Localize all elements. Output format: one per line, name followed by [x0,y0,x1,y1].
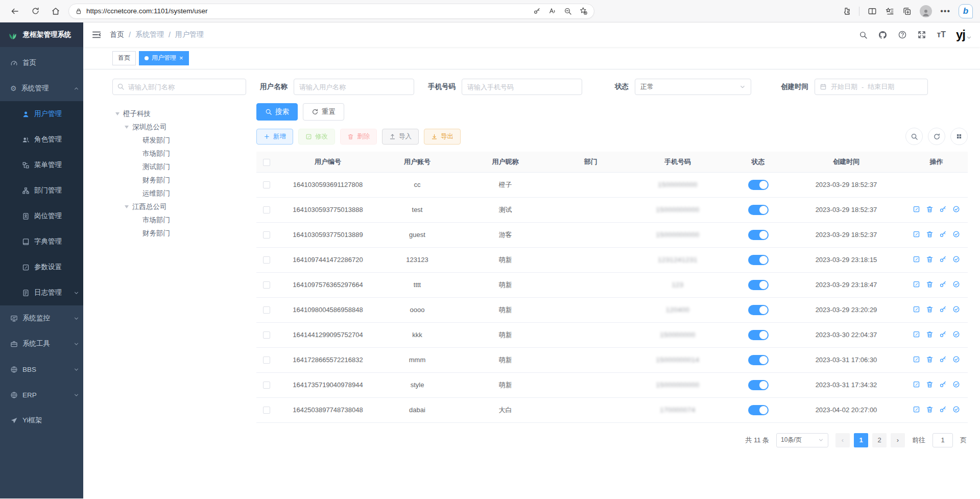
delete-button[interactable]: 删除 [340,129,377,145]
breadcrumb-system[interactable]: 系统管理 [135,30,164,39]
row-assign-role-icon[interactable] [952,230,960,238]
tree-node-dept[interactable]: 运维部门 [112,187,246,200]
sidebar-item-erp[interactable]: ERP [0,382,83,408]
show-search-toggle-button[interactable] [905,128,923,145]
dept-search-input[interactable] [112,79,246,95]
tree-node-dept[interactable]: 财务部门 [112,227,246,240]
collections-icon[interactable] [902,7,912,16]
row-edit-icon[interactable] [913,280,920,288]
status-toggle[interactable] [748,405,769,415]
read-aloud-icon[interactable] [548,7,557,15]
tree-expand-icon[interactable] [115,112,119,115]
row-edit-icon[interactable] [913,330,920,338]
sidebar-item-menus[interactable]: 菜单管理 [0,152,83,178]
status-toggle[interactable] [748,355,769,365]
tree-node-dept[interactable]: 测试部门 [112,160,246,174]
refresh-table-button[interactable] [928,128,945,145]
row-checkbox[interactable] [263,256,270,264]
row-checkbox[interactable] [263,357,270,364]
sidebar-item-monitor[interactable]: 系统监控 [0,305,83,331]
date-range-picker[interactable]: 开始日期 - 结束日期 [815,79,928,95]
status-toggle[interactable] [748,255,769,265]
help-icon[interactable] [898,30,907,39]
tab-home[interactable]: 首页 [112,51,136,65]
row-assign-role-icon[interactable] [952,280,960,288]
row-reset-password-icon[interactable] [939,230,947,238]
page-size-select[interactable]: 10条/页 [776,433,828,447]
status-toggle[interactable] [748,230,769,240]
row-reset-password-icon[interactable] [939,280,947,288]
row-reset-password-icon[interactable] [939,205,947,213]
sidebar-item-departments[interactable]: 部门管理 [0,178,83,203]
row-assign-role-icon[interactable] [952,255,960,263]
status-toggle[interactable] [748,180,769,190]
github-icon[interactable] [878,30,888,40]
status-select[interactable]: 正常 [635,79,751,95]
column-settings-button[interactable] [950,128,968,145]
row-assign-role-icon[interactable] [952,330,960,338]
row-assign-role-icon[interactable] [952,406,960,413]
font-size-icon[interactable]: тT [937,30,946,39]
tree-node-dept[interactable]: 市场部门 [112,213,246,227]
row-edit-icon[interactable] [913,355,920,363]
row-checkbox[interactable] [263,206,270,213]
row-delete-icon[interactable] [926,355,934,363]
search-button[interactable]: 搜索 [256,103,298,121]
row-reset-password-icon[interactable] [939,255,947,263]
tree-expand-icon[interactable] [125,126,129,129]
import-button[interactable]: 导入 [382,129,419,145]
row-delete-icon[interactable] [926,305,934,313]
status-toggle[interactable] [748,380,769,390]
row-checkbox[interactable] [263,382,270,389]
row-edit-icon[interactable] [913,305,920,313]
browser-home-button[interactable] [48,4,63,19]
row-delete-icon[interactable] [926,330,934,338]
export-button[interactable]: 导出 [424,129,461,145]
row-assign-role-icon[interactable] [952,305,960,313]
row-reset-password-icon[interactable] [939,406,947,413]
bing-chat-icon[interactable]: b [959,4,973,18]
row-delete-icon[interactable] [926,381,934,388]
row-assign-role-icon[interactable] [952,381,960,388]
zoom-out-icon[interactable] [564,7,572,15]
row-checkbox[interactable] [263,281,270,289]
browser-profile-avatar[interactable] [920,5,932,17]
status-toggle[interactable] [748,305,769,315]
select-all-checkbox[interactable] [263,159,270,166]
tab-close-icon[interactable]: × [179,55,183,61]
goto-page-input[interactable] [933,433,953,447]
extensions-icon[interactable] [842,7,851,16]
row-checkbox[interactable] [263,231,270,239]
sidebar-item-roles[interactable]: 角色管理 [0,127,83,152]
tree-expand-icon[interactable] [125,205,129,208]
reset-button[interactable]: 重置 [303,103,344,121]
sidebar-item-tools[interactable]: 系统工具 [0,331,83,357]
tree-node-dept[interactable]: 研发部门 [112,134,246,147]
tree-node-dept[interactable]: 市场部门 [112,147,246,160]
row-delete-icon[interactable] [926,205,934,213]
username-input[interactable] [294,79,414,95]
collapse-sidebar-icon[interactable] [91,30,102,40]
breadcrumb-home[interactable]: 首页 [110,30,124,39]
row-delete-icon[interactable] [926,406,934,413]
sidebar-item-users[interactable]: 用户管理 [0,101,83,127]
row-reset-password-icon[interactable] [939,305,947,313]
password-key-icon[interactable] [533,7,541,15]
page-button-2[interactable]: 2 [872,433,887,447]
user-avatar[interactable]: yj [956,29,965,41]
tab-users-active[interactable]: 用户管理 × [139,51,189,65]
sidebar-item-home[interactable]: 首页 [0,50,83,76]
header-search-icon[interactable] [859,31,868,39]
row-delete-icon[interactable] [926,255,934,263]
tree-node-dept[interactable]: 财务部门 [112,174,246,187]
sidebar-item-posts[interactable]: 岗位管理 [0,203,83,229]
address-bar[interactable]: https://ccnetcore.com:1101/system/user [68,4,594,19]
fullscreen-icon[interactable] [917,30,926,39]
sidebar-item-yi-framework[interactable]: Yi框架 [0,408,83,433]
tree-node-root[interactable]: 橙子科技 [112,107,246,121]
phone-input[interactable] [462,79,582,95]
next-page-button[interactable]: › [891,433,905,447]
row-assign-role-icon[interactable] [952,205,960,213]
sidebar-item-bbs[interactable]: BBS [0,357,83,382]
row-checkbox[interactable] [263,306,270,314]
